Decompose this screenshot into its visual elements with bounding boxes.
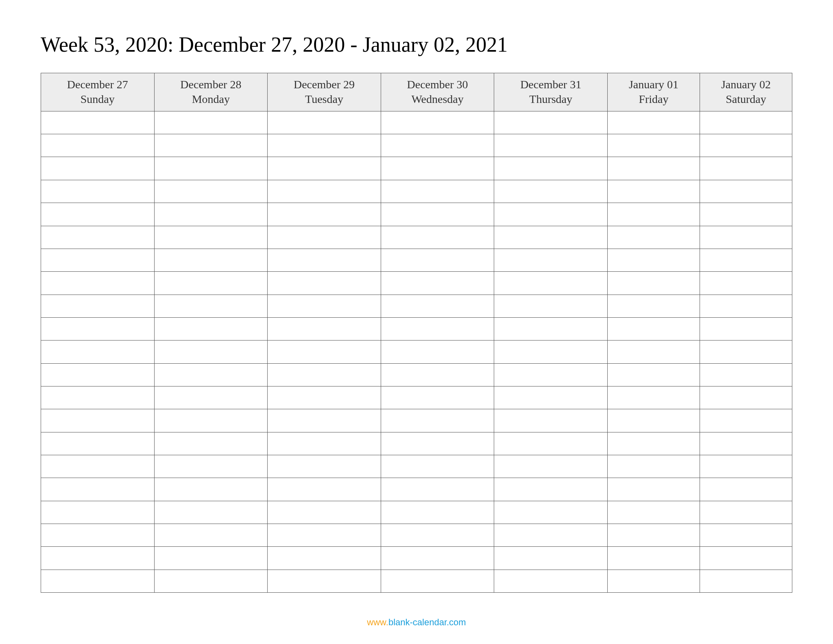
calendar-cell <box>494 386 608 409</box>
calendar-cell <box>607 203 700 226</box>
header-day: Friday <box>608 92 700 107</box>
calendar-cell <box>41 157 155 180</box>
calendar-cell <box>700 409 792 432</box>
calendar-cell <box>268 317 381 340</box>
calendar-cell <box>607 111 700 134</box>
calendar-header-row: December 27 Sunday December 28 Monday De… <box>41 73 792 111</box>
calendar-cell <box>41 272 155 295</box>
header-date: December 31 <box>494 77 607 92</box>
calendar-row <box>41 432 792 455</box>
calendar-cell <box>607 570 700 592</box>
calendar-cell <box>268 547 381 570</box>
calendar-cell <box>700 455 792 478</box>
calendar-cell <box>607 409 700 432</box>
calendar-cell <box>41 295 155 317</box>
calendar-row <box>41 363 792 386</box>
calendar-cell <box>607 478 700 501</box>
calendar-cell <box>494 547 608 570</box>
page-title: Week 53, 2020: December 27, 2020 - Janua… <box>41 33 792 57</box>
calendar-cell <box>154 363 268 386</box>
calendar-cell <box>607 432 700 455</box>
calendar-cell <box>154 203 268 226</box>
calendar-cell <box>268 111 381 134</box>
calendar-cell <box>154 547 268 570</box>
calendar-cell <box>268 272 381 295</box>
calendar-cell <box>154 524 268 546</box>
calendar-cell <box>700 180 792 203</box>
calendar-cell <box>607 317 700 340</box>
calendar-cell <box>607 524 700 546</box>
calendar-row <box>41 409 792 432</box>
calendar-cell <box>494 363 608 386</box>
header-date: December 30 <box>381 77 494 92</box>
calendar-cell <box>268 409 381 432</box>
calendar-cell <box>607 134 700 157</box>
footer-prefix: www. <box>367 617 388 627</box>
calendar-cell <box>494 272 608 295</box>
calendar-cell <box>154 111 268 134</box>
calendar-cell <box>700 501 792 524</box>
calendar-row <box>41 547 792 570</box>
calendar-cell <box>494 134 608 157</box>
calendar-cell <box>607 249 700 271</box>
calendar-cell <box>268 249 381 271</box>
calendar-cell <box>494 570 608 592</box>
calendar-cell <box>700 157 792 180</box>
calendar-cell <box>700 363 792 386</box>
calendar-row <box>41 295 792 317</box>
calendar-cell <box>494 409 608 432</box>
calendar-cell <box>41 478 155 501</box>
calendar-cell <box>700 432 792 455</box>
calendar-cell <box>494 203 608 226</box>
calendar-cell <box>494 455 608 478</box>
calendar-cell <box>268 363 381 386</box>
calendar-cell <box>607 272 700 295</box>
column-header-sunday: December 27 Sunday <box>41 73 155 111</box>
column-header-saturday: January 02 Saturday <box>700 73 792 111</box>
calendar-cell <box>381 317 494 340</box>
calendar-cell <box>494 295 608 317</box>
calendar-cell <box>154 249 268 271</box>
column-header-tuesday: December 29 Tuesday <box>268 73 381 111</box>
column-header-thursday: December 31 Thursday <box>494 73 608 111</box>
calendar-cell <box>381 524 494 546</box>
header-day: Wednesday <box>381 92 494 107</box>
calendar-cell <box>41 386 155 409</box>
calendar-cell <box>268 524 381 546</box>
calendar-cell <box>607 455 700 478</box>
calendar-cell <box>494 226 608 249</box>
calendar-cell <box>494 432 608 455</box>
calendar-cell <box>268 157 381 180</box>
calendar-cell <box>700 249 792 271</box>
calendar-row <box>41 341 792 363</box>
calendar-cell <box>381 547 494 570</box>
calendar-body <box>41 111 792 592</box>
calendar-cell <box>381 409 494 432</box>
calendar-cell <box>700 570 792 592</box>
calendar-cell <box>41 226 155 249</box>
calendar-cell <box>41 501 155 524</box>
header-day: Monday <box>155 92 268 107</box>
calendar-cell <box>268 501 381 524</box>
calendar-row <box>41 478 792 501</box>
calendar-cell <box>700 524 792 546</box>
calendar-cell <box>700 111 792 134</box>
calendar-cell <box>381 180 494 203</box>
calendar-cell <box>607 295 700 317</box>
calendar-cell <box>700 478 792 501</box>
calendar-cell <box>41 180 155 203</box>
calendar-cell <box>268 478 381 501</box>
calendar-cell <box>607 226 700 249</box>
calendar-cell <box>381 455 494 478</box>
calendar-cell <box>607 157 700 180</box>
calendar-cell <box>700 203 792 226</box>
calendar-cell <box>700 386 792 409</box>
calendar-row <box>41 501 792 524</box>
calendar-row <box>41 226 792 249</box>
calendar-cell <box>494 501 608 524</box>
calendar-cell <box>494 249 608 271</box>
header-day: Saturday <box>700 92 792 107</box>
calendar-cell <box>41 111 155 134</box>
calendar-cell <box>154 409 268 432</box>
calendar-row <box>41 570 792 592</box>
